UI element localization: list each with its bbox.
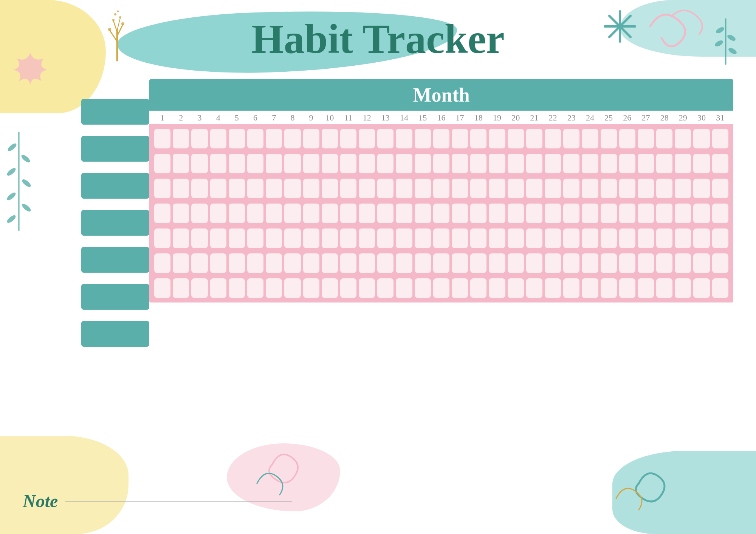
cell-row3-day13[interactable] (377, 179, 393, 198)
cell-row1-day20[interactable] (508, 129, 524, 148)
cell-row3-day20[interactable] (508, 179, 524, 198)
cell-row1-day6[interactable] (247, 129, 263, 148)
cell-row6-day10[interactable] (322, 253, 338, 273)
cell-row2-day16[interactable] (433, 154, 449, 173)
cell-row4-day3[interactable] (191, 204, 208, 223)
cell-row7-day16[interactable] (433, 278, 449, 298)
cell-row3-day26[interactable] (619, 179, 635, 198)
cell-row2-day8[interactable] (284, 154, 301, 173)
cell-row5-day11[interactable] (340, 228, 356, 248)
cell-row3-day9[interactable] (303, 179, 319, 198)
cell-row5-day1[interactable] (154, 228, 170, 248)
cell-row7-day19[interactable] (489, 278, 505, 298)
cell-row7-day15[interactable] (415, 278, 431, 298)
cell-row6-day6[interactable] (247, 253, 263, 273)
cell-row5-day14[interactable] (396, 228, 412, 248)
cell-row4-day6[interactable] (247, 204, 263, 223)
cell-row3-day27[interactable] (638, 179, 654, 198)
cell-row6-day2[interactable] (173, 253, 189, 273)
cell-row1-day19[interactable] (489, 129, 505, 148)
cell-row6-day3[interactable] (191, 253, 208, 273)
cell-row4-day21[interactable] (526, 204, 542, 223)
cell-row4-day8[interactable] (284, 204, 301, 223)
cell-row2-day2[interactable] (173, 154, 189, 173)
cell-row1-day25[interactable] (601, 129, 617, 148)
cell-row2-day28[interactable] (656, 154, 672, 173)
cell-row3-day15[interactable] (415, 179, 431, 198)
cell-row3-day3[interactable] (191, 179, 208, 198)
cell-row7-day23[interactable] (563, 278, 579, 298)
habit-label-7[interactable] (81, 321, 149, 347)
cell-row6-day5[interactable] (229, 253, 245, 273)
cell-row1-day30[interactable] (693, 129, 710, 148)
cell-row5-day23[interactable] (563, 228, 579, 248)
cell-row7-day11[interactable] (340, 278, 356, 298)
cell-row7-day12[interactable] (359, 278, 375, 298)
cell-row7-day24[interactable] (582, 278, 598, 298)
cell-row4-day22[interactable] (545, 204, 561, 223)
cell-row6-day18[interactable] (470, 253, 486, 273)
cell-row4-day11[interactable] (340, 204, 356, 223)
cell-row2-day5[interactable] (229, 154, 245, 173)
cell-row4-day18[interactable] (470, 204, 486, 223)
cell-row1-day18[interactable] (470, 129, 486, 148)
cell-row1-day10[interactable] (322, 129, 338, 148)
cell-row1-day26[interactable] (619, 129, 635, 148)
habit-label-6[interactable] (81, 284, 149, 310)
cell-row3-day7[interactable] (266, 179, 282, 198)
cell-row5-day21[interactable] (526, 228, 542, 248)
cell-row7-day4[interactable] (210, 278, 226, 298)
cell-row1-day2[interactable] (173, 129, 189, 148)
note-line[interactable] (65, 501, 292, 502)
cell-row4-day23[interactable] (563, 204, 579, 223)
cell-row7-day31[interactable] (712, 278, 728, 298)
cell-row7-day30[interactable] (693, 278, 710, 298)
cell-row6-day22[interactable] (545, 253, 561, 273)
cell-row3-day28[interactable] (656, 179, 672, 198)
cell-row4-day5[interactable] (229, 204, 245, 223)
cell-row7-day7[interactable] (266, 278, 282, 298)
cell-row2-day12[interactable] (359, 154, 375, 173)
cell-row5-day5[interactable] (229, 228, 245, 248)
cell-row2-day1[interactable] (154, 154, 170, 173)
cell-row4-day26[interactable] (619, 204, 635, 223)
cell-row3-day5[interactable] (229, 179, 245, 198)
cell-row4-day12[interactable] (359, 204, 375, 223)
cell-row6-day13[interactable] (377, 253, 393, 273)
cell-row1-day13[interactable] (377, 129, 393, 148)
cell-row5-day16[interactable] (433, 228, 449, 248)
habit-label-4[interactable] (81, 210, 149, 236)
cell-row4-day7[interactable] (266, 204, 282, 223)
cell-row1-day24[interactable] (582, 129, 598, 148)
cell-row4-day2[interactable] (173, 204, 189, 223)
cell-row6-day11[interactable] (340, 253, 356, 273)
cell-row1-day15[interactable] (415, 129, 431, 148)
cell-row3-day6[interactable] (247, 179, 263, 198)
cell-row3-day18[interactable] (470, 179, 486, 198)
cell-row7-day26[interactable] (619, 278, 635, 298)
cell-row2-day23[interactable] (563, 154, 579, 173)
cell-row5-day13[interactable] (377, 228, 393, 248)
cell-row5-day19[interactable] (489, 228, 505, 248)
cell-row6-day25[interactable] (601, 253, 617, 273)
cell-row5-day10[interactable] (322, 228, 338, 248)
cell-row6-day7[interactable] (266, 253, 282, 273)
cell-row5-day20[interactable] (508, 228, 524, 248)
cell-row5-day4[interactable] (210, 228, 226, 248)
cell-row7-day8[interactable] (284, 278, 301, 298)
cell-row3-day24[interactable] (582, 179, 598, 198)
cell-row2-day11[interactable] (340, 154, 356, 173)
cell-row7-day1[interactable] (154, 278, 170, 298)
cell-row3-day31[interactable] (712, 179, 728, 198)
cell-row1-day4[interactable] (210, 129, 226, 148)
cell-row2-day13[interactable] (377, 154, 393, 173)
cell-row2-day6[interactable] (247, 154, 263, 173)
cell-row5-day3[interactable] (191, 228, 208, 248)
cell-row3-day29[interactable] (675, 179, 691, 198)
cell-row6-day23[interactable] (563, 253, 579, 273)
cell-row5-day30[interactable] (693, 228, 710, 248)
cell-row2-day10[interactable] (322, 154, 338, 173)
habit-label-2[interactable] (81, 136, 149, 162)
cell-row6-day19[interactable] (489, 253, 505, 273)
cell-row1-day5[interactable] (229, 129, 245, 148)
